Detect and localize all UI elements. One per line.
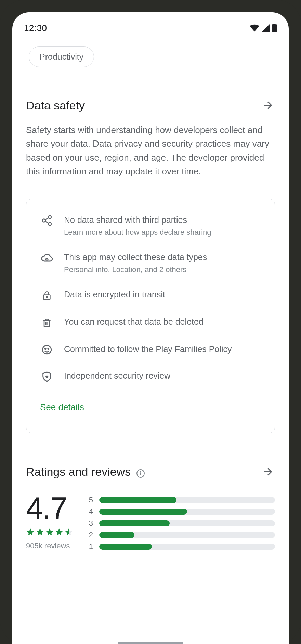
review-count: 905k reviews [26, 541, 73, 550]
bar-label: 2 [87, 531, 93, 539]
data-safety-title: Data safety [26, 99, 85, 112]
bar-track [99, 532, 275, 538]
data-safety-item-collect: This app may collect these data types Pe… [40, 251, 261, 274]
data-safety-body: Safety starts with understanding how dev… [26, 123, 275, 178]
rating-bar-5: 5 [87, 496, 275, 505]
data-safety-card: No data shared with third parties Learn … [26, 199, 275, 433]
bar-track [99, 520, 275, 526]
status-time: 12:30 [24, 23, 47, 33]
ratings-header[interactable]: Ratings and reviews [26, 464, 275, 479]
arrow-right-icon[interactable] [260, 98, 275, 113]
bar-label: 1 [87, 542, 93, 551]
star-icon [55, 528, 64, 537]
data-safety-item-security-review: Independent security review [40, 370, 261, 383]
bar-track [99, 544, 275, 550]
row-sub: Personal info, Location, and 2 others [64, 265, 261, 274]
ratings-title: Ratings and reviews [26, 465, 131, 479]
sub-rest: about how apps declare sharing [103, 228, 211, 237]
info-icon[interactable] [136, 467, 145, 476]
main-content: Productivity Data safety Safety starts w… [12, 36, 289, 554]
cellular-icon [261, 24, 270, 32]
category-chip-label: Productivity [39, 52, 83, 62]
bar-track [99, 497, 275, 503]
average-rating: 4.7 [26, 493, 73, 524]
svg-point-1 [42, 219, 45, 222]
rating-bar-1: 1 [87, 542, 275, 551]
ratings-body: 4.7 905k reviews 5 [26, 493, 275, 554]
svg-point-2 [48, 223, 51, 226]
bar-label: 4 [87, 507, 93, 516]
svg-point-0 [48, 216, 51, 219]
bar-fill [99, 544, 152, 550]
data-safety-item-encrypted: Data is encrypted in transit [40, 289, 261, 301]
star-icon [36, 528, 44, 537]
rating-bar-2: 2 [87, 531, 275, 539]
star-icon [45, 528, 54, 537]
category-chip[interactable]: Productivity [29, 46, 94, 67]
stars-row [26, 528, 73, 537]
svg-point-7 [48, 348, 49, 349]
shield-star-icon [40, 370, 54, 383]
svg-point-6 [45, 348, 46, 349]
screen: 12:30 Productivity Data safety Safety st… [12, 12, 289, 644]
data-safety-header[interactable]: Data safety [26, 98, 275, 113]
svg-point-5 [42, 345, 51, 354]
bar-label: 3 [87, 519, 93, 528]
bar-fill [99, 532, 134, 538]
bar-track [99, 509, 275, 515]
learn-more-link[interactable]: Learn more [64, 228, 103, 237]
trash-icon [40, 316, 54, 329]
row-title: Independent security review [64, 370, 261, 382]
row-title: You can request that data be deleted [64, 316, 261, 328]
cloud-upload-icon [40, 251, 54, 264]
row-sub: Learn more about how apps declare sharin… [64, 228, 261, 237]
bar-fill [99, 520, 170, 526]
smiley-icon [40, 343, 54, 355]
wifi-icon [250, 24, 259, 32]
average-column: 4.7 905k reviews [26, 493, 73, 550]
share-icon [40, 214, 54, 226]
data-safety-item-families: Committed to follow the Play Families Po… [40, 343, 261, 355]
battery-icon [272, 24, 277, 32]
arrow-right-icon[interactable] [260, 464, 275, 479]
rating-bar-3: 3 [87, 519, 275, 528]
svg-point-9 [140, 472, 141, 472]
row-title: No data shared with third parties [64, 214, 261, 226]
see-details-link[interactable]: See details [40, 402, 261, 413]
rating-bar-4: 4 [87, 507, 275, 516]
star-half-icon [64, 528, 73, 537]
row-title: This app may collect these data types [64, 251, 261, 263]
row-title: Data is encrypted in transit [64, 289, 261, 300]
device-frame: 12:30 Productivity Data safety Safety st… [0, 0, 301, 644]
star-icon [26, 528, 35, 537]
lock-icon [40, 289, 54, 301]
status-icons [250, 24, 277, 32]
bar-label: 5 [87, 496, 93, 505]
scroll-indicator [118, 642, 183, 644]
row-title: Committed to follow the Play Families Po… [64, 343, 261, 355]
bar-fill [99, 509, 187, 515]
data-safety-item-share: No data shared with third parties Learn … [40, 214, 261, 237]
status-bar: 12:30 [12, 12, 289, 36]
svg-point-4 [46, 297, 47, 298]
bars-column: 5 4 3 2 1 [87, 493, 275, 554]
bar-fill [99, 497, 176, 503]
data-safety-item-delete: You can request that data be deleted [40, 316, 261, 329]
ratings-title-row: Ratings and reviews [26, 465, 145, 479]
